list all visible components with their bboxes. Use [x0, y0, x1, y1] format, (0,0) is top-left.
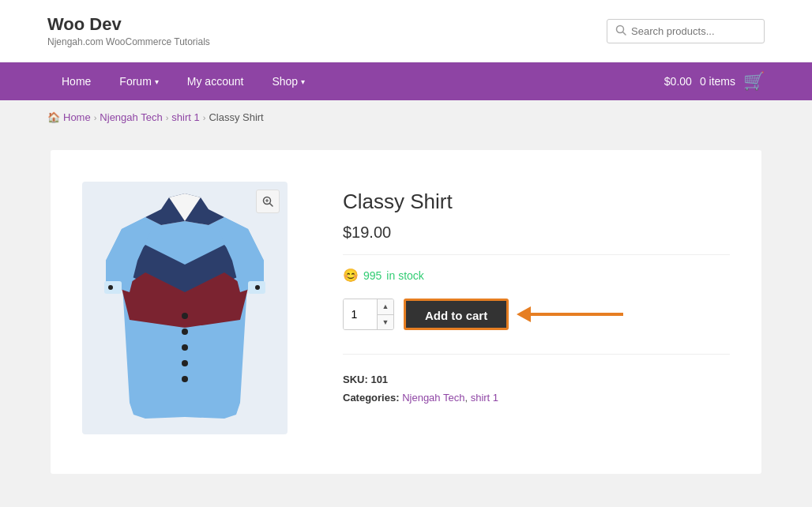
- category-njengah[interactable]: Njengah Tech: [402, 392, 464, 404]
- arrow-annotation: [517, 306, 623, 322]
- main-content: Classy Shirt $19.00 😊 995 in stock ▲ ▼ A…: [0, 134, 812, 505]
- nav-links: Home Forum ▾ My account Shop ▾: [47, 62, 319, 100]
- cart-count: 0 items: [700, 75, 735, 88]
- svg-point-4: [182, 344, 188, 351]
- arrow-line: [528, 313, 623, 316]
- chevron-down-icon: ▾: [301, 77, 305, 86]
- site-header: Woo Dev Njengah.com WooCommerce Tutorial…: [0, 0, 812, 62]
- nav-item-home[interactable]: Home: [47, 62, 105, 100]
- category-shirt1[interactable]: shirt 1: [471, 392, 498, 404]
- breadcrumb-sep: ›: [166, 113, 169, 122]
- stock-info: 😊 995 in stock: [343, 268, 730, 283]
- stock-label: in stock: [386, 269, 423, 282]
- zoom-icon[interactable]: [256, 190, 280, 213]
- stock-count: 995: [363, 269, 382, 282]
- svg-line-12: [270, 204, 273, 207]
- product-card: Classy Shirt $19.00 😊 995 in stock ▲ ▼ A…: [51, 150, 761, 474]
- breadcrumb-sep: ›: [94, 113, 97, 122]
- categories-row: Categories: Njengah Tech, shirt 1: [343, 389, 730, 407]
- product-image: [82, 182, 288, 434]
- nav-item-myaccount[interactable]: My account: [173, 62, 258, 100]
- categories-label: Categories:: [343, 392, 400, 404]
- sku-row: SKU: 101: [343, 370, 730, 389]
- sku-value: 101: [370, 374, 388, 385]
- breadcrumb: 🏠 Home › Njengah Tech › shirt 1 › Classy…: [0, 100, 812, 134]
- add-to-cart-button[interactable]: Add to cart: [404, 299, 509, 330]
- search-input[interactable]: [631, 25, 756, 37]
- cart-total: $0.00: [664, 75, 692, 88]
- breadcrumb-njengah[interactable]: Njengah Tech: [100, 111, 162, 123]
- product-title: Classy Shirt: [343, 190, 730, 214]
- product-image-wrap: [82, 182, 303, 434]
- quantity-arrows: ▲ ▼: [377, 299, 393, 329]
- site-tagline: Njengah.com WooCommerce Tutorials: [47, 36, 210, 47]
- site-title: Woo Dev: [47, 14, 210, 35]
- svg-point-9: [108, 285, 113, 290]
- svg-line-1: [623, 32, 626, 35]
- chevron-down-icon: ▾: [155, 77, 159, 86]
- nav-item-forum[interactable]: Forum ▾: [105, 62, 172, 100]
- product-meta: SKU: 101 Categories: Njengah Tech, shirt…: [343, 354, 730, 407]
- svg-point-6: [182, 376, 188, 382]
- cart-icon[interactable]: 🛒: [743, 71, 765, 92]
- breadcrumb-sep: ›: [203, 113, 206, 122]
- add-to-cart-row: ▲ ▼ Add to cart: [343, 299, 730, 330]
- search-bar[interactable]: [607, 19, 765, 43]
- breadcrumb-home[interactable]: Home: [63, 111, 91, 123]
- quantity-input[interactable]: [344, 299, 377, 329]
- site-branding: Woo Dev Njengah.com WooCommerce Tutorial…: [47, 14, 210, 47]
- home-icon: 🏠: [47, 111, 60, 123]
- svg-point-5: [182, 360, 188, 366]
- sku-label: SKU:: [343, 374, 368, 385]
- svg-point-2: [182, 313, 188, 319]
- search-icon: [615, 24, 626, 38]
- quantity-up-button[interactable]: ▲: [378, 299, 393, 315]
- product-price: $19.00: [343, 223, 730, 255]
- cart-area[interactable]: $0.00 0 items 🛒: [664, 71, 765, 92]
- svg-point-10: [255, 285, 260, 290]
- site-nav: Home Forum ▾ My account Shop ▾ $0.00 0 i…: [0, 62, 812, 100]
- breadcrumb-current: Classy Shirt: [209, 111, 263, 123]
- product-info: Classy Shirt $19.00 😊 995 in stock ▲ ▼ A…: [343, 182, 730, 407]
- nav-item-shop[interactable]: Shop ▾: [258, 62, 319, 100]
- breadcrumb-shirt1[interactable]: shirt 1: [171, 111, 199, 123]
- svg-point-3: [182, 329, 188, 335]
- quantity-input-wrap[interactable]: ▲ ▼: [343, 299, 394, 330]
- quantity-down-button[interactable]: ▼: [378, 315, 393, 330]
- stock-icon: 😊: [343, 268, 359, 283]
